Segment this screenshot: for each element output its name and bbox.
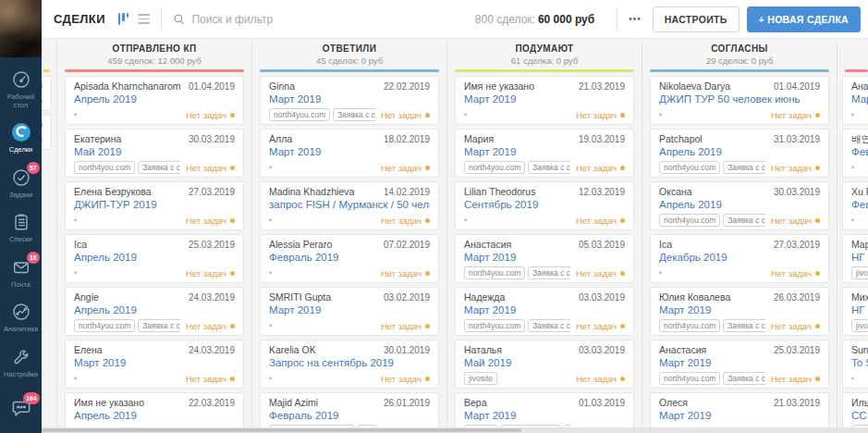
deal-title[interactable]: Март 2019 (659, 303, 820, 317)
deal-card[interactable]: Madina Khadzhieva14.02.2019запрос FISH /… (260, 181, 439, 230)
deal-tags: north4you.comЗаявка с сайта (74, 161, 180, 174)
deal-date: 30.01.2019 (384, 344, 430, 356)
deal-card[interactable]: Анастасия05.03.2019Март 2019north4you.co… (455, 234, 634, 283)
deal-bullet: • (851, 216, 854, 225)
new-deal-button[interactable]: + НОВАЯ СДЕЛКА (747, 6, 861, 32)
deal-card[interactable]: Елена Безрукова27.03.2019ДЖИП-ТУР 2019•Н… (65, 181, 244, 230)
deal-title[interactable]: Март 2019 (659, 409, 820, 423)
deal-card[interactable]: Юлия Ковалева26.03.2019Март 2019north4yo… (650, 287, 829, 336)
deal-card[interactable]: Вера01.03.2019Март 2019jivositenorth4you… (455, 392, 634, 427)
deal-title[interactable]: To Suni (851, 356, 868, 370)
deal-title[interactable]: Сентябрь 2019 (464, 198, 625, 212)
deal-card[interactable]: 19ч (42, 76, 52, 111)
kanban-view-icon[interactable] (118, 13, 129, 25)
deal-title[interactable]: Апрель 2019 (659, 198, 820, 212)
deal-title[interactable]: Феврал (851, 145, 868, 159)
deal-card[interactable]: Nikolaeva Darya01.04.2019ДЖИП ТУР 50 чел… (650, 76, 829, 125)
deal-card[interactable]: Екатерина30.03.2019Май 2019north4you.com… (65, 129, 244, 178)
deal-title[interactable]: Март 2019 (269, 303, 430, 317)
deal-card[interactable]: Xu PeihiФеврал• (842, 181, 868, 230)
deal-card[interactable]: SunikarTo Suni• (842, 340, 868, 389)
sidebar-item-chat[interactable]: 164 (0, 391, 42, 426)
deal-card-header: Михаил (851, 291, 868, 303)
deal-card[interactable]: Apisada Kharnchanarom01.04.2019Апрель 20… (65, 76, 244, 125)
deal-card[interactable]: Имя не указано21.03.2019Март 2019•Нет за… (455, 76, 634, 125)
search-input[interactable] (191, 13, 474, 26)
no-task-status: Нет задач (771, 374, 820, 384)
deal-card[interactable]: Имя не указано22.03.2019Апрель 2019•Нет … (65, 392, 244, 427)
deal-card[interactable]: Оксана30.03.2019Апрель 2019north4you.com… (650, 181, 829, 230)
deal-card[interactable]: Мария19.03.2019Март 2019north4you.comЗая… (455, 129, 634, 178)
deal-card[interactable]: 19ч (42, 115, 52, 150)
deal-title[interactable]: Март 2019 (464, 303, 625, 317)
deal-title[interactable]: Март 2019 (464, 93, 625, 106)
sidebar-item-dashboard[interactable]: Рабочий стол (0, 63, 42, 116)
deal-card[interactable]: Алла18.02.2019Март 2019•Нет задач (260, 129, 439, 178)
deal-card[interactable]: Наталья03.03.2019Май 2019jivositeНет зад… (455, 340, 634, 389)
deal-card[interactable]: Анастасия25.03.2019Март 2019north4you.co… (650, 340, 829, 389)
deal-title[interactable]: Апрель 2019 (74, 303, 235, 317)
deal-title[interactable]: Феврал (851, 198, 868, 212)
kanban-column-СОГЛАСНЫ: СОГЛАСНЫ29 сделок: 0 рубNikolaeva Darya0… (642, 39, 837, 427)
scrollbar-thumb[interactable] (42, 428, 521, 432)
deal-card[interactable]: 배연주Феврал• (842, 129, 868, 178)
deal-title[interactable]: Апрель 2019 (659, 145, 820, 159)
deal-title[interactable]: НГ (851, 251, 868, 265)
sidebar-item-mail[interactable]: 18Почта (0, 251, 42, 296)
deal-card-footer: north4you.comЗаявка с сайтаНет задач (659, 214, 820, 227)
deal-title[interactable]: Апрель 2019 (74, 93, 235, 106)
list-view-icon[interactable] (138, 14, 150, 23)
deal-card[interactable]: МихаилНГjivosite (842, 287, 868, 336)
sidebar-item-deals[interactable]: Сделки (0, 116, 42, 161)
deal-title[interactable]: Март 2019 (464, 251, 625, 265)
deal-title[interactable]: Март 2019 (269, 93, 430, 106)
deal-title[interactable]: Февраль 2019 (269, 409, 430, 423)
sidebar-item-tasks[interactable]: 57Задачи (0, 161, 42, 206)
deal-contact-name: SMRITI Gupta (269, 291, 331, 303)
deal-card[interactable]: Angie24.03.2019Апрель 2019north4you.comЗ… (65, 287, 244, 336)
deal-title[interactable]: Апрель 2019 (74, 409, 235, 423)
deal-card[interactable]: Alessia Peraro07.02.2019Февраль 2019•Нет… (260, 234, 439, 283)
more-menu-icon[interactable]: ••• (629, 14, 642, 24)
deal-card[interactable]: Patchapol31.03.2019Апрель 2019north4you.… (650, 129, 829, 178)
deal-card[interactable]: Ica25.03.2019Апрель 2019•Нет задач (65, 234, 244, 283)
deal-title[interactable]: СС + Те (851, 409, 868, 423)
deal-title[interactable]: Май 2019 (464, 356, 625, 370)
deal-card[interactable]: Karelia OK30.01.2019Запрос на сентябрь 2… (260, 340, 439, 389)
sidebar-item-lists[interactable]: Списки (0, 205, 42, 251)
deal-card[interactable]: Ginna22.02.2019Март 2019north4you.comЗая… (260, 76, 439, 125)
deal-title[interactable]: Март 2019 (269, 145, 430, 159)
deal-card[interactable]: SMRITI Gupta03.02.2019Март 2019•Нет зада… (260, 287, 439, 336)
deal-title[interactable]: НГ (851, 303, 868, 317)
deal-title[interactable]: Февраль 2019 (269, 251, 430, 265)
deal-card[interactable]: Majid Azimi26.01.2019Февраль 2019auroram… (260, 392, 439, 427)
deal-title[interactable]: Декабрь 2019 (659, 251, 820, 265)
configure-button[interactable]: НАСТРОИТЬ (653, 6, 740, 32)
no-task-label: Нет задач (381, 163, 422, 173)
deal-card[interactable]: АнастасиМарт 20• (842, 76, 868, 125)
deal-title[interactable]: ДЖИП ТУР 50 человек июнь (659, 93, 820, 106)
deal-card[interactable]: Lilian Theodorus12.03.2019Сентябрь 2019•… (455, 181, 634, 230)
sidebar-item-settings[interactable]: Настройки (0, 340, 42, 386)
horizontal-scrollbar[interactable] (42, 427, 868, 433)
deal-card[interactable]: Елена24.03.2019Март 2019•Нет задач (65, 340, 244, 389)
deal-title[interactable]: Март 2019 (464, 145, 625, 159)
deal-card[interactable]: Ica27.03.2019Декабрь 2019•Нет задач (650, 234, 829, 283)
deal-title[interactable]: Март 2019 (74, 356, 235, 370)
deal-bullet: • (851, 375, 854, 383)
deal-title[interactable]: запрос FISH / Мурманск / 50 человек / NO… (269, 198, 430, 212)
sidebar-item-analytics[interactable]: Аналитика (0, 295, 42, 340)
deal-card[interactable]: ИльяСС + Теjivosite (842, 392, 868, 427)
deal-title[interactable]: ДЖИП-ТУР 2019 (74, 198, 235, 212)
deal-contact-name: Юлия Ковалева (659, 291, 730, 303)
deal-title[interactable]: Апрель 2019 (74, 251, 235, 265)
column-title: ПОДУМАЮТ (447, 43, 642, 54)
deal-title[interactable]: Запрос на сентябрь 2019 (269, 356, 430, 370)
deal-title[interactable]: Май 2019 (74, 145, 235, 159)
deal-title[interactable]: Март 2019 (659, 356, 820, 370)
deal-card[interactable]: МаргариНГjivosite (842, 234, 868, 283)
deal-title[interactable]: Март 2019 (464, 409, 625, 423)
deal-card[interactable]: Надежда03.03.2019Март 2019north4you.comЗ… (455, 287, 634, 336)
deal-title[interactable]: Март 20 (851, 93, 868, 106)
deal-card[interactable]: Олеся21.03.2019Март 2019•Нет задач (650, 392, 829, 427)
